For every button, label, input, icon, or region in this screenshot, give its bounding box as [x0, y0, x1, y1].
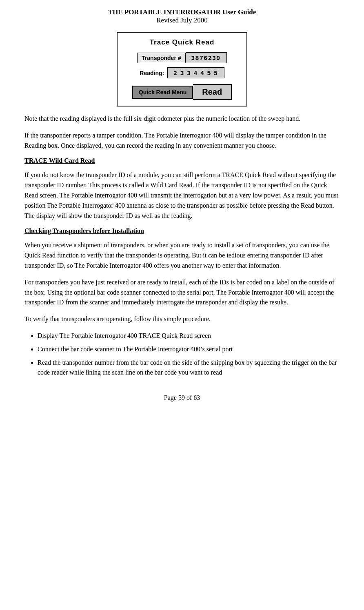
transponder-value: 3876239	[186, 52, 227, 63]
section2-heading: Checking Transponders before Installatio…	[24, 227, 340, 235]
bullet-list: Display The Portable Interrogator 400 TR…	[38, 331, 340, 378]
section1-heading: TRACE Wild Card Read	[24, 157, 340, 164]
header-title: THE PORTABLE INTERROGATOR User Guide	[24, 8, 340, 16]
screen-box: Trace Quick Read Transponder # 3876239 R…	[117, 32, 247, 106]
paragraph-5: For transponders you have just received …	[24, 277, 340, 308]
paragraph-4: When you receive a shipment of transpond…	[24, 240, 340, 271]
transponder-row: Transponder # 3876239	[137, 52, 227, 63]
reading-value: 2 3 3 4 4 5 5	[167, 67, 224, 78]
page-footer: Page 59 of 63	[24, 394, 340, 401]
page-header: THE PORTABLE INTERROGATOR User Guide Rev…	[24, 8, 340, 24]
paragraph-1: Note that the reading displayed is the f…	[24, 114, 340, 124]
reading-row: Reading: 2 3 3 4 4 5 5	[140, 67, 224, 78]
paragraph-2: If the transponder reports a tamper cond…	[24, 131, 340, 151]
list-item: Read the transponder number from the bar…	[38, 358, 340, 378]
list-item: Connect the bar code scanner to The Port…	[38, 344, 340, 355]
quick-read-menu-button[interactable]: Quick Read Menu	[132, 86, 193, 99]
read-button[interactable]: Read	[193, 84, 232, 100]
reading-label: Reading:	[140, 70, 164, 76]
list-item: Display The Portable Interrogator 400 TR…	[38, 331, 340, 341]
button-row: Quick Read Menu Read	[132, 84, 232, 100]
paragraph-6: To verify that transponders are operatin…	[24, 314, 340, 324]
screen-title: Trace Quick Read	[150, 38, 215, 47]
page-number: Page 59 of 63	[164, 394, 200, 401]
transponder-label: Transponder #	[137, 53, 185, 63]
screen-image-container: Trace Quick Read Transponder # 3876239 R…	[24, 32, 340, 106]
header-subtitle: Revised July 2000	[24, 16, 340, 24]
paragraph-3: If you do not know the transponder ID of…	[24, 170, 340, 221]
